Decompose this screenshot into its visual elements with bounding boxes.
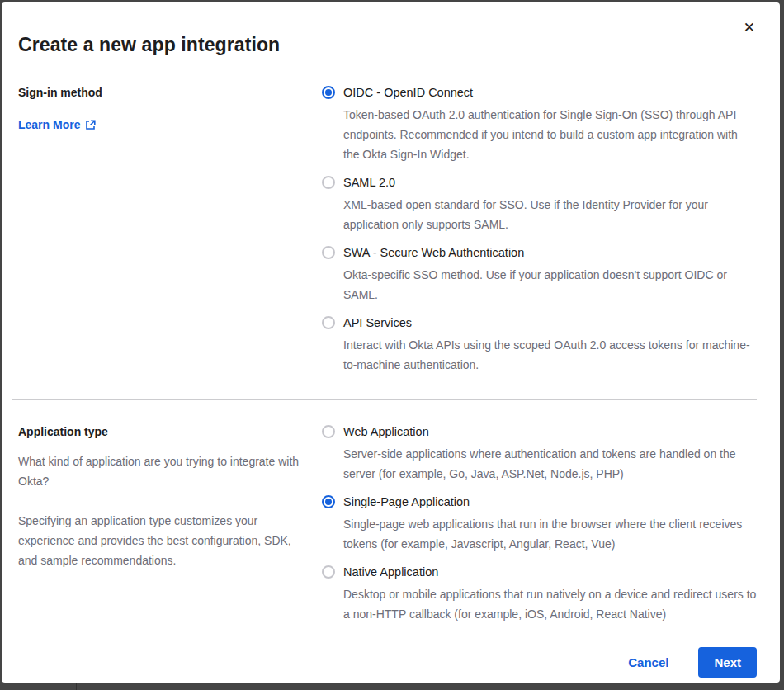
cancel-button[interactable]: Cancel — [623, 655, 673, 670]
signin-option-description: Token-based OAuth 2.0 authentication for… — [343, 105, 757, 164]
signin-option-description: Interact with Okta APIs using the scoped… — [343, 335, 757, 375]
signin-option-label[interactable]: SAML 2.0 — [343, 174, 395, 191]
signin-option-description: Okta-specific SSO method. Use if your ap… — [343, 265, 757, 305]
close-button[interactable]: ✕ — [742, 19, 757, 36]
signin-option-api-services: API Services Interact with Okta APIs usi… — [322, 314, 757, 375]
signin-option-label[interactable]: SWA - Secure Web Authentication — [343, 244, 524, 261]
signin-option-swa: SWA - Secure Web Authentication Okta-spe… — [322, 244, 757, 305]
signin-option-saml-choice[interactable]: SAML 2.0 — [322, 174, 757, 191]
dialog-title: Create a new app integration — [18, 34, 757, 56]
learn-more-label: Learn More — [18, 118, 80, 131]
signin-option-description: XML-based open standard for SSO. Use if … — [343, 195, 757, 234]
next-button[interactable]: Next — [698, 647, 757, 678]
signin-method-section: Sign-in method Learn More — [18, 84, 757, 375]
signin-option-swa-choice[interactable]: SWA - Secure Web Authentication — [322, 244, 757, 261]
apptype-option-description: Desktop or mobile applications that run … — [343, 584, 757, 624]
external-link-icon — [85, 120, 96, 130]
application-type-note: Specifying an application type customize… — [18, 511, 312, 570]
apptype-option-native: Native Application Desktop or mobile app… — [322, 564, 757, 624]
application-type-label: Application type — [18, 423, 312, 440]
signin-option-api-services-choice[interactable]: API Services — [322, 314, 757, 331]
apptype-option-description: Server-side applications where authentic… — [343, 444, 757, 484]
apptype-option-native-choice[interactable]: Native Application — [322, 564, 757, 580]
dialog-footer: Cancel Next — [18, 647, 757, 678]
apptype-option-label[interactable]: Native Application — [343, 564, 438, 580]
radio-button-native-application[interactable] — [322, 565, 335, 579]
apptype-option-label[interactable]: Web Application — [343, 423, 429, 440]
signin-method-label: Sign-in method — [18, 84, 312, 101]
radio-button-swa[interactable] — [322, 246, 335, 259]
apptype-option-spa: Single-Page Application Single-page web … — [322, 494, 757, 554]
apptype-option-label[interactable]: Single-Page Application — [343, 494, 470, 510]
learn-more-link[interactable]: Learn More — [18, 118, 96, 131]
signin-option-oidc: OIDC - OpenID Connect Token-based OAuth … — [322, 84, 757, 164]
apptype-option-web: Web Application Server-side applications… — [322, 423, 757, 484]
section-divider — [12, 399, 757, 400]
application-type-section: Application type What kind of applicatio… — [18, 423, 757, 624]
radio-button-api-services[interactable] — [322, 316, 335, 329]
signin-option-label[interactable]: OIDC - OpenID Connect — [343, 84, 473, 101]
backdrop-divider-line — [76, 683, 77, 690]
signin-option-saml: SAML 2.0 XML-based open standard for SSO… — [322, 174, 757, 234]
apptype-option-spa-choice[interactable]: Single-Page Application — [322, 494, 757, 510]
create-app-integration-dialog: ✕ Create a new app integration Sign-in m… — [2, 2, 780, 683]
radio-button-single-page-application[interactable] — [322, 495, 335, 508]
signin-option-oidc-choice[interactable]: OIDC - OpenID Connect — [322, 84, 757, 101]
signin-option-label[interactable]: API Services — [343, 314, 412, 331]
apptype-option-web-choice[interactable]: Web Application — [322, 423, 757, 440]
apptype-option-description: Single-page web applications that run in… — [343, 514, 757, 554]
close-icon: ✕ — [744, 20, 755, 35]
radio-button-saml[interactable] — [322, 176, 335, 189]
radio-button-oidc[interactable] — [322, 86, 335, 99]
application-type-question: What kind of application are you trying … — [18, 451, 312, 491]
radio-button-web-application[interactable] — [322, 425, 335, 438]
